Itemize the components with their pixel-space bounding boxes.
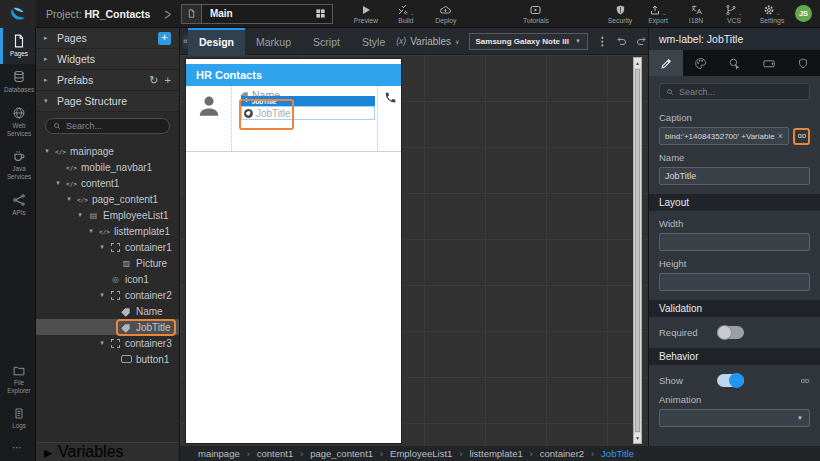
- scrollbar-thumb[interactable]: [635, 69, 640, 432]
- add-page-button[interactable]: +: [158, 32, 171, 45]
- build-button[interactable]: ⌄ Build: [389, 4, 423, 24]
- tab-security[interactable]: [786, 50, 820, 76]
- redo-icon: [635, 35, 648, 47]
- bind-show-button[interactable]: [800, 376, 810, 386]
- mobile-navbar[interactable]: HR Contacts: [186, 64, 401, 86]
- device-select[interactable]: Samsung Galaxy Note III ▼: [469, 33, 588, 50]
- animation-select[interactable]: ▼: [659, 409, 810, 427]
- tab-properties[interactable]: [649, 50, 683, 76]
- export-button[interactable]: ⌄ Export: [641, 4, 675, 24]
- rail-item-apis[interactable]: APIs: [0, 187, 35, 223]
- tree-item[interactable]: ▾ container1: [36, 239, 179, 255]
- tree-item[interactable]: ▾ listtemplate1: [36, 223, 179, 239]
- tree-item[interactable]: ▾ container3: [36, 335, 179, 351]
- database-icon: [12, 70, 26, 84]
- variables-dropdown[interactable]: (x) Variables ∨: [396, 36, 459, 47]
- rail-item-file-explorer[interactable]: File Explorer: [0, 358, 35, 401]
- pages-grid-icon[interactable]: [310, 8, 332, 19]
- jobtitle-drag-handle[interactable]: + JobTitle: [241, 96, 375, 106]
- picture-widget[interactable]: [186, 86, 232, 151]
- canvas-vertical-scrollbar[interactable]: ▲ ▼: [633, 57, 642, 444]
- canvas-mode-tab[interactable]: Script: [302, 28, 351, 55]
- properties-search-input[interactable]: Search...: [659, 83, 810, 100]
- design-canvas[interactable]: HR Contacts: [180, 55, 648, 446]
- canvas-mode-tab[interactable]: Markup: [245, 28, 302, 55]
- breadcrumb-item[interactable]: EmployeeList1: [390, 448, 462, 459]
- employee-list-item[interactable]: Name + JobTitle JobTitle: [186, 86, 401, 152]
- rail-item-pages[interactable]: Pages: [0, 28, 35, 64]
- gear-icon: [763, 4, 775, 16]
- refresh-icon[interactable]: ↻: [149, 74, 158, 87]
- undo-button[interactable]: [615, 35, 628, 47]
- canvas-mode-tab[interactable]: Design: [188, 28, 245, 55]
- width-input[interactable]: [659, 233, 810, 251]
- shield-icon: [615, 4, 626, 16]
- height-input[interactable]: [659, 273, 810, 291]
- deploy-button[interactable]: Deploy: [429, 4, 463, 24]
- preview-button[interactable]: Preview: [349, 4, 383, 24]
- arrow-right-icon: ▸: [44, 55, 51, 63]
- tree-item[interactable]: ▾ JobTitle: [36, 319, 179, 335]
- tree-item[interactable]: ▾ Name: [36, 303, 179, 319]
- tree-item[interactable]: ▾ mobile_navbar1: [36, 159, 179, 175]
- tree-item[interactable]: ▾ mainpage: [36, 143, 179, 159]
- page-tab-main[interactable]: Main: [181, 4, 333, 24]
- search-icon: [53, 122, 61, 130]
- caption-input[interactable]: bind:'+14084352700' +Variables.HrdbE ×: [659, 127, 789, 145]
- jobtitle-widget-selected[interactable]: JobTitle: [241, 106, 375, 120]
- tree-item[interactable]: ▾ icon1: [36, 271, 179, 287]
- section-widgets[interactable]: ▸ Widgets: [36, 49, 179, 70]
- scroll-down-arrow[interactable]: ▼: [634, 433, 641, 443]
- tree-item[interactable]: ▾ container2: [36, 287, 179, 303]
- breadcrumb-item[interactable]: container2: [540, 448, 594, 459]
- scroll-up-arrow[interactable]: ▲: [634, 58, 641, 68]
- tree-item[interactable]: ▾ Picture: [36, 255, 179, 271]
- rail-overflow-button[interactable]: ⋯: [0, 436, 35, 461]
- section-pages[interactable]: ▸ Pages +: [36, 28, 179, 49]
- rail-item-web-services[interactable]: Web Services: [0, 100, 35, 144]
- tab-device[interactable]: [752, 50, 786, 76]
- rail-item-logs[interactable]: Logs: [0, 401, 35, 436]
- section-layout: Layout: [649, 194, 820, 211]
- breadcrumb-item[interactable]: listtemplate1: [469, 448, 532, 459]
- widget-type-icon: [110, 275, 121, 284]
- redo-button[interactable]: [635, 35, 648, 47]
- phone-call-icon: [384, 91, 397, 104]
- widget-breadcrumb: mainpagecontent1page_content1EmployeeLis…: [180, 446, 820, 461]
- rail-item-java-services[interactable]: Java Services: [0, 143, 35, 187]
- name-input[interactable]: JobTitle: [659, 167, 810, 185]
- tab-events[interactable]: [717, 50, 751, 76]
- container2-widget[interactable]: Name + JobTitle JobTitle: [232, 86, 378, 151]
- tree-item[interactable]: ▾ button1: [36, 351, 179, 367]
- required-toggle[interactable]: [717, 326, 744, 339]
- palette-icon: [694, 57, 707, 70]
- more-options-button[interactable]: ⋮: [597, 35, 608, 48]
- section-prefabs[interactable]: ▸ Prefabs ↻ +: [36, 70, 179, 91]
- canvas-mode-tab[interactable]: Style: [351, 28, 396, 55]
- tab-styles[interactable]: [683, 50, 717, 76]
- settings-button[interactable]: ⌄ Settings: [755, 4, 789, 24]
- show-toggle[interactable]: [717, 374, 744, 387]
- logs-icon: [13, 407, 25, 420]
- breadcrumb-item[interactable]: mainpage: [198, 448, 250, 459]
- i18n-button[interactable]: I18N: [679, 4, 713, 24]
- section-page-structure[interactable]: ▾ Page Structure: [36, 91, 179, 112]
- section-variables[interactable]: ▸ Variables: [36, 442, 179, 461]
- user-avatar[interactable]: JS: [795, 5, 812, 22]
- call-button-widget[interactable]: [378, 86, 401, 151]
- breadcrumb-item[interactable]: page_content1: [310, 448, 383, 459]
- add-prefab-button[interactable]: +: [165, 74, 171, 86]
- tree-search-input[interactable]: Search...: [45, 118, 170, 134]
- security-button[interactable]: Security: [603, 4, 637, 24]
- bind-property-button[interactable]: [793, 128, 810, 145]
- vcs-button[interactable]: ⌄ VCS: [717, 4, 751, 24]
- breadcrumb-item[interactable]: content1: [257, 448, 303, 459]
- wavemaker-logo[interactable]: [0, 0, 36, 28]
- breadcrumb-item[interactable]: JobTitle: [601, 448, 634, 459]
- rail-item-databases[interactable]: Databases: [0, 64, 35, 100]
- tree-item[interactable]: ▾ page_content1: [36, 191, 179, 207]
- tree-item[interactable]: ▾ content1: [36, 175, 179, 191]
- clear-binding-icon[interactable]: ×: [778, 131, 783, 141]
- tree-item[interactable]: ▾ EmployeeList1: [36, 207, 179, 223]
- tutorials-button[interactable]: Tutorials: [519, 4, 553, 24]
